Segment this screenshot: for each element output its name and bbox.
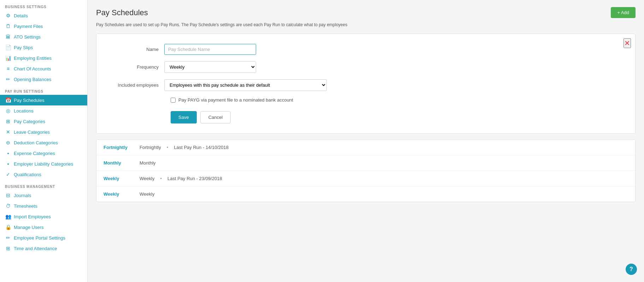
schedule-list: Fortnightly Fortnightly • Last Pay Run -… [96, 139, 636, 202]
opening-balances-icon: ✏ [5, 76, 11, 82]
sidebar-item-pay-schedules[interactable]: 📅 Pay Schedules [0, 95, 87, 105]
included-employees-select[interactable]: Employees with this pay schedule as thei… [164, 79, 327, 91]
sidebar-item-import-employees[interactable]: 👥 Import Employees [0, 211, 87, 222]
frequency-row: Frequency Weekly Fortnightly Monthly Bi-… [108, 61, 624, 73]
locations-icon: ◎ [5, 108, 11, 114]
page-description: Pay Schedules are used to set up Pay Run… [96, 22, 636, 27]
main-content: Pay Schedules + Add Pay Schedules are us… [88, 0, 644, 282]
add-button[interactable]: + Add [611, 7, 636, 18]
sidebar-item-label: Employer Liability Categories [14, 161, 73, 167]
sidebar-item-label: Manage Users [14, 225, 44, 230]
schedule-frequency: Weekly [140, 191, 154, 197]
timesheets-icon: ⏱ [5, 203, 11, 209]
schedule-name: Monthly [104, 160, 135, 166]
leave-categories-icon: ✕ [5, 129, 11, 135]
deduction-categories-icon: ⊖ [5, 140, 11, 145]
schedule-item-monthly-1[interactable]: Monthly Monthly [96, 155, 635, 171]
sidebar-item-chart-of-accounts[interactable]: ≡ Chart Of Accounts [0, 63, 87, 74]
payg-checkbox-row: Pay PAYG via payment file to a nominated… [171, 97, 624, 103]
sidebar-item-opening-balances[interactable]: ✏ Opening Balances [0, 74, 87, 85]
sidebar-item-time-and-attendance[interactable]: ⊞ Time and Attendance [0, 243, 87, 254]
sidebar-item-label: Chart Of Accounts [14, 66, 51, 71]
close-form-button[interactable]: ✕ [624, 38, 631, 48]
separator: • [160, 176, 162, 181]
schedule-last-pay-run: Last Pay Run - 14/10/2018 [174, 145, 229, 150]
name-row: Name [108, 44, 624, 55]
sidebar-section-business-settings: BUSINESS SETTINGS [0, 0, 87, 10]
schedule-last-pay-run: Last Pay Run - 23/09/2018 [167, 176, 222, 181]
sidebar-item-ato-settings[interactable]: 🏛 ATO Settings [0, 31, 87, 42]
sidebar-item-expense-categories[interactable]: ▪ Expense Categories [0, 148, 87, 159]
sidebar: BUSINESS SETTINGS ⚙ Details 🗒 Payment Fi… [0, 0, 88, 282]
included-employees-label: Included employees [108, 82, 164, 88]
sidebar-item-details[interactable]: ⚙ Details [0, 10, 87, 21]
journals-icon: ⊟ [5, 192, 11, 198]
sidebar-item-label: Pay Slips [14, 45, 33, 50]
schedule-name: Weekly [104, 191, 135, 197]
included-employees-row: Included employees Employees with this p… [108, 79, 624, 91]
sidebar-item-label: Journals [14, 193, 31, 198]
sidebar-item-employer-liability-categories[interactable]: ▪ Employer Liability Categories [0, 159, 87, 169]
separator: • [167, 145, 169, 150]
sidebar-item-employee-portal-settings[interactable]: ✏ Employee Portal Settings [0, 232, 87, 243]
page-title: Pay Schedules [96, 8, 148, 17]
schedule-frequency: Monthly [140, 160, 156, 166]
payg-checkbox-label: Pay PAYG via payment file to a nominated… [178, 97, 293, 103]
sidebar-item-label: Qualifications [14, 172, 41, 177]
sidebar-section-business-management: BUSINESS MANAGEMENT [0, 180, 87, 190]
sidebar-item-employing-entities[interactable]: 📊 Employing Entities [0, 53, 87, 63]
sidebar-item-pay-slips[interactable]: 📄 Pay Slips [0, 42, 87, 53]
sidebar-item-payment-files[interactable]: 🗒 Payment Files [0, 21, 87, 31]
sidebar-section-pay-run-settings: PAY RUN SETTINGS [0, 85, 87, 95]
schedule-name: Weekly [104, 176, 135, 181]
pay-slips-icon: 📄 [5, 45, 11, 50]
time-and-attendance-icon: ⊞ [5, 246, 11, 251]
help-button[interactable]: ? [626, 264, 637, 275]
manage-users-icon: 🔒 [5, 224, 11, 230]
schedule-item-fortnightly-1[interactable]: Fortnightly Fortnightly • Last Pay Run -… [96, 140, 635, 155]
sidebar-item-label: Timesheets [14, 203, 37, 209]
chart-of-accounts-icon: ≡ [5, 66, 11, 71]
save-button[interactable]: Save [171, 111, 197, 123]
expense-categories-icon: ▪ [5, 150, 11, 156]
employee-portal-settings-icon: ✏ [5, 235, 11, 241]
schedule-name: Fortnightly [104, 145, 135, 150]
frequency-select[interactable]: Weekly Fortnightly Monthly Bi-Monthly Qu… [164, 61, 256, 73]
ato-settings-icon: 🏛 [5, 34, 11, 40]
sidebar-item-pay-categories[interactable]: ⊞ Pay Categories [0, 116, 87, 127]
cancel-button[interactable]: Cancel [200, 111, 231, 123]
sidebar-item-manage-users[interactable]: 🔒 Manage Users [0, 222, 87, 232]
schedule-item-weekly-2[interactable]: Weekly Weekly [96, 186, 635, 202]
sidebar-item-journals[interactable]: ⊟ Journals [0, 190, 87, 201]
payg-checkbox[interactable] [171, 98, 176, 103]
sidebar-item-timesheets[interactable]: ⏱ Timesheets [0, 201, 87, 211]
sidebar-item-locations[interactable]: ◎ Locations [0, 105, 87, 116]
sidebar-item-label: Time and Attendance [14, 246, 57, 251]
import-employees-icon: 👥 [5, 214, 11, 219]
add-schedule-form: ✕ Name Frequency Weekly Fortnightly Mont… [96, 34, 636, 134]
schedule-frequency: Weekly [140, 176, 154, 181]
sidebar-item-label: Import Employees [14, 214, 51, 219]
schedule-item-weekly-1[interactable]: Weekly Weekly • Last Pay Run - 23/09/201… [96, 171, 635, 186]
frequency-label: Frequency [108, 64, 164, 70]
employing-entities-icon: 📊 [5, 55, 11, 61]
sidebar-item-label: Opening Balances [14, 77, 51, 82]
sidebar-item-label: Pay Categories [14, 119, 45, 124]
sidebar-item-label: Deduction Categories [14, 140, 58, 145]
details-icon: ⚙ [5, 13, 11, 18]
sidebar-item-qualifications[interactable]: ✓ Qualifications [0, 169, 87, 180]
sidebar-item-label: Employee Portal Settings [14, 235, 65, 241]
sidebar-item-label: ATO Settings [14, 34, 41, 40]
sidebar-item-label: Details [14, 13, 28, 18]
employer-liability-icon: ▪ [5, 161, 11, 167]
sidebar-item-label: Expense Categories [14, 151, 55, 156]
name-input[interactable] [164, 44, 256, 55]
sidebar-item-label: Payment Files [14, 24, 43, 29]
sidebar-item-label: Leave Categories [14, 130, 50, 135]
sidebar-item-deduction-categories[interactable]: ⊖ Deduction Categories [0, 137, 87, 148]
sidebar-item-label: Locations [14, 108, 34, 114]
payment-files-icon: 🗒 [5, 23, 11, 29]
schedule-frequency: Fortnightly [140, 145, 161, 150]
sidebar-item-leave-categories[interactable]: ✕ Leave Categories [0, 127, 87, 137]
sidebar-item-label: Pay Schedules [14, 98, 45, 103]
